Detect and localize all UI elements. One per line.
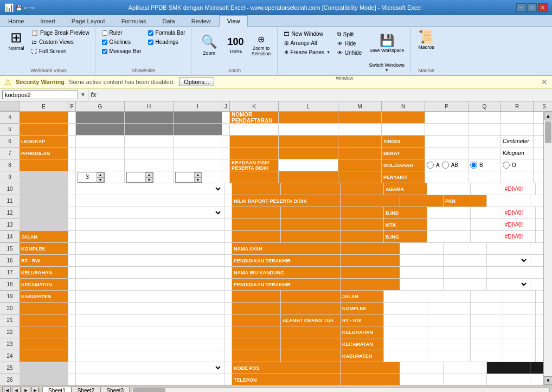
cell-l17[interactable]	[341, 267, 400, 279]
cell-q26[interactable]	[530, 374, 543, 385]
select-all-corner[interactable]	[0, 101, 20, 111]
spinner-input[interactable]	[78, 174, 97, 180]
cell-j25[interactable]	[224, 362, 232, 374]
cell-f21[interactable]	[68, 314, 76, 326]
cell-n9[interactable]: PENYAKIT	[382, 171, 425, 183]
cell-i7[interactable]	[174, 147, 222, 159]
options-button[interactable]: Options...	[179, 78, 214, 86]
close-button[interactable]: ✕	[538, 3, 548, 12]
cell-k23[interactable]	[232, 338, 281, 350]
cell-f20[interactable]	[68, 303, 76, 314]
macros-button[interactable]: 📜 Macros	[415, 29, 437, 52]
cell-r22[interactable]	[503, 326, 536, 338]
tab-formulas[interactable]: Formulas	[113, 15, 155, 27]
name-box[interactable]	[2, 91, 78, 99]
cell-q5[interactable]	[468, 124, 501, 136]
cell-q17[interactable]	[530, 267, 543, 279]
minimize-button[interactable]: ─	[516, 3, 526, 12]
spinner-up-h9[interactable]: ▲	[145, 172, 153, 177]
cell-m7[interactable]	[338, 147, 382, 159]
cell-p6[interactable]	[425, 136, 468, 147]
cell-n7[interactable]: BERAT	[382, 147, 425, 159]
cell-m12[interactable]	[341, 207, 384, 219]
cell-r24[interactable]	[503, 350, 536, 362]
cell-e18[interactable]: KECAMATAN	[20, 279, 68, 291]
ruler-checkbox[interactable]	[102, 30, 107, 36]
cell-j6[interactable]	[222, 136, 230, 147]
cell-l20[interactable]	[281, 303, 341, 314]
cell-q14[interactable]	[471, 231, 503, 243]
cell-s10[interactable]	[536, 183, 543, 195]
cell-f24[interactable]	[68, 350, 76, 362]
cell-i4[interactable]	[174, 112, 222, 124]
cell-h6[interactable]	[125, 136, 174, 147]
cell-j21[interactable]	[224, 314, 232, 326]
cell-n14[interactable]: B.ING	[384, 231, 427, 243]
cell-ghi25[interactable]	[76, 362, 224, 374]
cell-n22[interactable]	[384, 326, 427, 338]
cell-h4[interactable]	[125, 112, 174, 124]
cell-r8[interactable]: O	[501, 159, 534, 171]
cell-m18[interactable]	[400, 279, 444, 291]
message-bar-checkbox[interactable]	[102, 49, 107, 54]
cell-j24[interactable]	[224, 350, 232, 362]
cell-n19[interactable]	[384, 291, 427, 303]
cell-q25[interactable]	[530, 362, 543, 374]
cell-j5[interactable]	[222, 124, 230, 136]
cell-i8[interactable]	[174, 159, 222, 171]
cell-r13[interactable]: #DIV/0!	[503, 219, 536, 231]
cell-k4[interactable]: NOMOR PENDAFTARAN	[230, 112, 279, 124]
cell-p13[interactable]	[427, 219, 471, 231]
cell-n25[interactable]	[444, 362, 487, 374]
spinner-input-h9[interactable]	[127, 174, 145, 180]
cell-j19[interactable]	[224, 291, 232, 303]
cell-e21[interactable]	[20, 314, 68, 326]
cell-f6[interactable]	[68, 136, 76, 147]
cell-l6[interactable]	[279, 136, 338, 147]
cell-r20[interactable]	[503, 303, 536, 314]
h-scroll-thumb[interactable]	[133, 388, 165, 393]
cell-l21[interactable]: ALAMAT ORANG TUA	[281, 314, 341, 326]
cell-r4[interactable]	[501, 112, 534, 124]
cell-j12[interactable]	[224, 207, 232, 219]
cell-l19[interactable]	[281, 291, 341, 303]
scroll-up-button[interactable]: ▲	[544, 112, 552, 120]
cell-p25[interactable]	[487, 362, 530, 374]
cell-j20[interactable]	[224, 303, 232, 314]
cell-p21[interactable]	[427, 314, 471, 326]
cell-q12[interactable]	[471, 207, 503, 219]
cell-r23[interactable]	[503, 338, 536, 350]
cell-ghi26[interactable]	[76, 374, 224, 385]
tab-insert[interactable]: Insert	[32, 15, 63, 27]
cell-p16[interactable]	[487, 255, 530, 267]
cell-s24[interactable]	[536, 350, 543, 362]
cell-ghi13[interactable]	[76, 219, 224, 231]
cell-k20[interactable]	[232, 303, 281, 314]
cell-l24[interactable]	[281, 350, 341, 362]
cell-kl11[interactable]: NILAI RAPORT PESERTA DIDIK	[232, 195, 341, 207]
cell-f18[interactable]	[68, 279, 76, 291]
cell-m21[interactable]: RT - RW	[341, 314, 384, 326]
cell-j17[interactable]	[224, 267, 232, 279]
cell-q21[interactable]	[471, 314, 503, 326]
cell-n6[interactable]: TINGGI	[382, 136, 425, 147]
unhide-button[interactable]: 👁 Unhide	[335, 49, 364, 57]
cell-n13[interactable]: MTK	[384, 219, 427, 231]
cell-e26[interactable]	[20, 374, 68, 385]
cell-j10[interactable]	[224, 183, 232, 195]
scroll-down-button[interactable]: ▼	[544, 376, 552, 385]
cell-n26[interactable]	[444, 374, 487, 385]
cell-n15[interactable]	[444, 243, 487, 255]
zoom-button[interactable]: 🔍 Zoom	[196, 29, 223, 61]
cell-e25[interactable]	[20, 362, 68, 374]
last-sheet-button[interactable]: ►|	[31, 387, 40, 393]
cell-f23[interactable]	[68, 338, 76, 350]
cell-m8[interactable]	[338, 159, 382, 171]
sheet-tab-3[interactable]: Sheet3	[100, 387, 130, 393]
cell-r21[interactable]	[503, 314, 536, 326]
spinner-g9[interactable]: ▲ ▼	[78, 172, 105, 183]
split-button[interactable]: ⧉ Split	[335, 30, 364, 38]
cell-e19[interactable]: KABUPATEN	[20, 291, 68, 303]
tab-review[interactable]: Review	[183, 15, 219, 27]
cell-p8[interactable]: A AB	[425, 159, 468, 171]
